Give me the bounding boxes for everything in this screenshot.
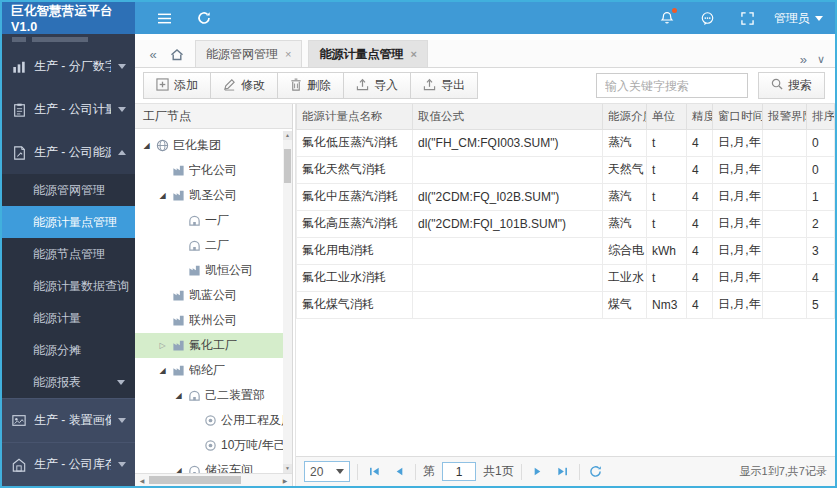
scroll-up-icon[interactable]: ▲ [283,131,292,140]
sidebar-item-branch-digital[interactable]: 生产 - 分厂数字化调... [2,45,135,88]
prev-page-button[interactable] [390,463,408,481]
tree-node[interactable]: 公用工程及原料罐区 [135,408,292,433]
collapse-toggle-icon[interactable]: ◢ [157,366,168,375]
table-row[interactable]: 氟化高压蒸汽消耗dl("2CDM:FQI_101B.SUM")蒸汽t4日,月,年… [297,210,835,237]
collapse-toggle-icon[interactable]: ◢ [173,466,184,473]
export-button[interactable]: 导出 [410,72,478,99]
scrollbar-thumb[interactable] [149,476,241,484]
sidebar-item-energy-report[interactable]: 能源报表 [2,366,135,398]
tree-node[interactable]: ◢凯圣公司 [135,183,292,208]
tabs-scroll-left-icon[interactable]: « [141,41,165,67]
column-header[interactable]: 报警界限 [763,104,807,129]
refresh-icon[interactable] [191,5,217,31]
tabs-scroll-right-icon[interactable]: » [800,52,807,67]
delete-button[interactable]: 删除 [277,72,344,99]
message-icon[interactable] [694,5,720,31]
column-header[interactable]: 能源计量点名称 [297,104,413,129]
tree-node[interactable]: 凯恒公司 [135,258,292,283]
sidebar-item-energy-data-query[interactable]: 能源计量数据查询 [2,270,135,302]
cell-order: 5 [807,291,835,318]
add-button[interactable]: 添加 [143,72,211,99]
cell-alarm_limit [763,156,807,183]
cell-unit: t [647,264,687,291]
column-header[interactable]: 精度 [687,104,713,129]
tree-horizontal-scrollbar[interactable]: ◀ ▶ [135,473,292,486]
cell-precision: 4 [687,183,713,210]
modify-button[interactable]: 修改 [210,72,278,99]
sidebar-item-company-inventory[interactable]: 生产 - 公司库存管理 [2,442,135,486]
next-page-button[interactable] [529,463,547,481]
collapse-toggle-icon[interactable]: ◢ [173,391,184,400]
sidebar-item-energy-node[interactable]: 能源节点管理 [2,238,135,270]
sidebar-item-energy-metering-point[interactable]: 能源计量点管理 [2,206,135,238]
tree-node[interactable]: 宁化公司 [135,158,292,183]
cell-window_time: 日,月,年 [713,129,763,156]
collapse-toggle-icon[interactable]: ◢ [141,141,152,150]
tabs-menu-icon[interactable]: ∨ [817,53,825,66]
tab-energy-metering-point[interactable]: 能源计量点管理 × [308,40,427,67]
column-header[interactable]: 取值公式 [413,104,603,129]
tree-node[interactable]: 凯蓝公司 [135,283,292,308]
table-row[interactable]: 氟化天然气消耗天然气t4日,月,年0 [297,156,835,183]
column-header[interactable]: 窗口时间 [713,104,763,129]
cell-alarm_limit [763,291,807,318]
reload-icon[interactable] [587,463,605,481]
tab-energy-pipeline[interactable]: 能源管网管理 × [195,40,302,67]
factory-icon [172,189,185,202]
search-button[interactable]: 搜索 [758,72,825,99]
tree-node[interactable]: 一厂 [135,208,292,233]
fullscreen-icon[interactable] [734,5,760,31]
table-row[interactable]: 氟化中压蒸汽消耗dl("2CDM:FQ_I02B.SUM")蒸汽t4日,月,年1 [297,183,835,210]
search-input[interactable] [596,73,748,98]
column-header[interactable]: 排序 [807,104,835,129]
tree-node[interactable]: 联州公司 [135,308,292,333]
import-button[interactable]: 导入 [343,72,411,99]
column-header[interactable]: 单位 [647,104,687,129]
globe-icon [156,139,169,152]
expand-toggle-icon[interactable]: ▷ [157,341,168,350]
search-icon [771,78,783,93]
scrollbar-thumb[interactable] [284,149,291,183]
menu-toggle-icon[interactable] [151,5,177,31]
page-size-select[interactable]: 20 [304,461,350,482]
tree-node[interactable]: ◢巨化集团 [135,133,292,158]
close-icon[interactable]: × [410,48,416,60]
first-page-button[interactable] [365,463,383,481]
tree-node[interactable]: ◢储运车间 [135,458,292,473]
home-icon[interactable] [165,41,189,67]
user-menu[interactable]: 管理员 [774,10,823,27]
collapse-toggle-icon[interactable]: ◢ [157,191,168,200]
notification-bell-icon[interactable] [654,5,680,31]
tree-node[interactable]: ▷氟化工厂 [135,333,292,358]
table-row[interactable]: 氟化工业水消耗工业水t4日,月,年4 [297,264,835,291]
sidebar-item-company-metering[interactable]: 生产 - 公司计量管理 [2,88,135,131]
sidebar-item-energy-measure[interactable]: 能源计量 [2,302,135,334]
page-number-input[interactable] [442,462,476,481]
scroll-right-icon[interactable]: ▶ [280,477,290,484]
cell-name: 氟化用电消耗 [297,237,413,264]
tree-node[interactable]: ◢锦纶厂 [135,358,292,383]
sidebar-item-energy-pipeline[interactable]: 能源管网管理 [2,174,135,206]
close-icon[interactable]: × [285,48,291,60]
tree-node[interactable]: 二厂 [135,233,292,258]
cell-unit: t [647,129,687,156]
table-row[interactable]: 氟化煤气消耗煤气Nm34日,月,年5 [297,291,835,318]
tree-node[interactable]: ◢己二装置部 [135,383,292,408]
table-row[interactable]: 氟化低压蒸汽消耗dl("FH_CM:FQI003.SUM")蒸汽t4日,月,年0 [297,129,835,156]
column-header[interactable]: 能源介质 [603,104,647,129]
search-button-label: 搜索 [788,77,812,94]
sidebar-item-energy-allocation[interactable]: 能源分摊 [2,334,135,366]
last-page-button[interactable] [554,463,572,481]
page-label-prefix: 第 [423,463,435,480]
scroll-left-icon[interactable]: ◀ [137,477,147,484]
scroll-down-icon[interactable]: ▼ [283,464,292,473]
sidebar-item-company-energy[interactable]: 生产 - 公司能源管理 [2,131,135,174]
factory-icon [172,339,185,352]
factory-tree-panel: 工厂节点 ◢巨化集团宁化公司◢凯圣公司一厂二厂凯恒公司凯蓝公司联州公司▷氟化工厂… [135,104,293,486]
tab-label: 能源管网管理 [206,46,278,63]
table-row[interactable]: 氟化用电消耗综合电kWh4日,月,年3 [297,237,835,264]
tree-node[interactable]: 10万吨/年己内酰胺装置 [135,433,292,458]
chevron-down-icon [118,418,126,423]
tree-vertical-scrollbar[interactable]: ▲ ▼ [283,131,292,473]
sidebar-item-device-portrait[interactable]: 生产 - 装置画像 [2,398,135,442]
